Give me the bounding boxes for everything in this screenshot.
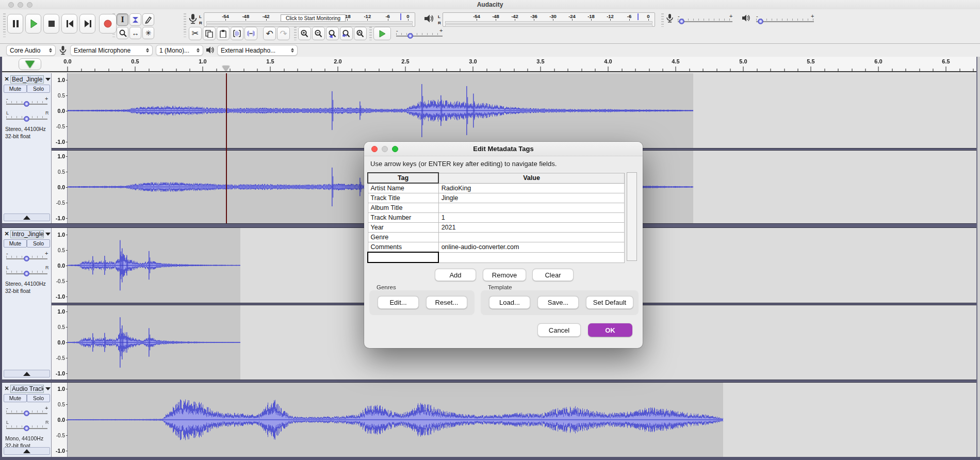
redo-button[interactable]: ↷ bbox=[277, 27, 290, 40]
play-at-speed-button[interactable] bbox=[373, 27, 391, 40]
value-cell[interactable] bbox=[438, 203, 624, 213]
pause-button[interactable] bbox=[7, 14, 23, 34]
rewind-to-start-button[interactable] bbox=[61, 14, 77, 34]
waveform-canvas[interactable] bbox=[68, 383, 723, 457]
track-title[interactable]: Bed_Jingle bbox=[10, 75, 44, 84]
table-scrollbar[interactable] bbox=[627, 172, 637, 261]
tag-cell[interactable]: Artist Name bbox=[368, 183, 438, 193]
waveform-canvas[interactable] bbox=[68, 73, 693, 148]
tag-cell[interactable]: Track Number bbox=[368, 213, 438, 223]
value-cell[interactable] bbox=[438, 252, 624, 262]
timeshift-tool[interactable]: ↔ bbox=[129, 27, 141, 39]
audio-host-dropdown[interactable]: Core Audio bbox=[6, 45, 56, 56]
record-button[interactable] bbox=[99, 14, 117, 34]
zoom-toggle-button[interactable] bbox=[354, 27, 367, 40]
track-title[interactable]: Audio Track bbox=[10, 385, 44, 393]
playback-meter[interactable]: -54-48-42-36-30-24-18-12-60 bbox=[443, 12, 655, 27]
undo-button[interactable]: ↶ bbox=[263, 27, 276, 40]
set-default-button[interactable]: Set Default bbox=[586, 296, 633, 309]
value-cell[interactable]: 1 bbox=[438, 213, 624, 223]
start-monitoring-button[interactable]: Click to Start Monitoring bbox=[281, 14, 346, 22]
solo-button[interactable]: Solo bbox=[27, 239, 50, 248]
play-button[interactable] bbox=[25, 14, 41, 34]
play-at-speed-grip[interactable] bbox=[369, 27, 372, 40]
track-close-button[interactable]: ✕ bbox=[3, 76, 10, 83]
track-menu-dropdown-icon[interactable] bbox=[45, 78, 51, 81]
clear-button[interactable]: Clear bbox=[532, 269, 574, 281]
solo-button[interactable]: Solo bbox=[27, 394, 50, 402]
template-save-button[interactable]: Save... bbox=[537, 296, 579, 309]
mute-button[interactable]: Mute bbox=[4, 394, 27, 402]
mixer-toolbar-grip[interactable] bbox=[661, 13, 664, 27]
template-load-button[interactable]: Load... bbox=[489, 296, 530, 309]
zoom-out-button[interactable] bbox=[312, 27, 325, 40]
mute-button[interactable]: Mute bbox=[4, 85, 27, 93]
trim-audio-button[interactable] bbox=[231, 27, 243, 40]
genres-reset-button[interactable]: Reset... bbox=[426, 296, 467, 309]
draw-tool[interactable] bbox=[142, 13, 154, 26]
gain-slider[interactable] bbox=[24, 410, 29, 416]
zoom-toolbar-grip[interactable] bbox=[294, 27, 297, 40]
collapse-track-button[interactable] bbox=[4, 213, 50, 221]
paste-button[interactable] bbox=[217, 27, 230, 40]
zoom-selection-button[interactable] bbox=[326, 27, 339, 40]
playback-device-dropdown[interactable]: External Headpho... bbox=[217, 45, 298, 56]
copy-button[interactable] bbox=[203, 27, 216, 40]
tag-cell[interactable]: Year bbox=[368, 223, 438, 233]
tag-cell[interactable]: Genre bbox=[368, 233, 438, 242]
value-cell[interactable]: 2021 bbox=[438, 223, 624, 233]
tag-cell[interactable]: Track Title bbox=[368, 193, 438, 203]
value-cell[interactable]: RadioKing bbox=[438, 183, 624, 193]
track-close-button[interactable]: ✕ bbox=[3, 231, 10, 237]
tag-cell[interactable] bbox=[368, 252, 438, 262]
selection-tool[interactable]: I bbox=[117, 13, 128, 26]
value-column-header[interactable]: Value bbox=[438, 173, 624, 183]
mute-button[interactable]: Mute bbox=[4, 239, 27, 248]
recording-meter[interactable]: -54-48-42-36-30-24-18-12-60Click to Star… bbox=[204, 12, 415, 27]
collapse-track-button[interactable] bbox=[4, 447, 50, 455]
tag-column-header[interactable]: Tag bbox=[368, 173, 438, 183]
dialog-titlebar[interactable]: Edit Metadata Tags bbox=[364, 142, 643, 156]
solo-button[interactable]: Solo bbox=[27, 85, 50, 93]
pinned-playhead-button[interactable] bbox=[19, 58, 41, 70]
skip-to-end-button[interactable] bbox=[79, 14, 95, 34]
track-menu-dropdown-icon[interactable] bbox=[45, 387, 51, 390]
recording-channels-dropdown[interactable]: 1 (Mono)... bbox=[156, 45, 203, 56]
tag-cell[interactable]: Comments bbox=[368, 242, 438, 253]
zoom-fit-button[interactable] bbox=[340, 27, 353, 40]
timeline-ruler[interactable] bbox=[0, 57, 980, 72]
gain-slider[interactable] bbox=[24, 101, 29, 107]
meter-toolbar-grip[interactable] bbox=[184, 13, 186, 39]
playhead-marker-icon[interactable] bbox=[222, 66, 230, 71]
envelope-tool[interactable] bbox=[129, 13, 141, 26]
track-title[interactable]: Intro_Jingle bbox=[10, 230, 44, 238]
add-button[interactable]: Add bbox=[435, 269, 476, 281]
zoom-tool[interactable] bbox=[117, 27, 128, 39]
silence-audio-button[interactable] bbox=[244, 27, 257, 40]
track-close-button[interactable]: ✕ bbox=[3, 385, 10, 392]
remove-button[interactable]: Remove bbox=[483, 269, 526, 281]
waveform-canvas[interactable] bbox=[68, 228, 240, 303]
cancel-button[interactable]: Cancel bbox=[537, 323, 581, 337]
value-cell[interactable]: online-audio-converter.com bbox=[438, 242, 624, 253]
speed-slider[interactable] bbox=[407, 33, 413, 39]
value-cell[interactable] bbox=[438, 233, 624, 242]
multi-tool[interactable]: ✳ bbox=[142, 27, 154, 39]
pan-slider[interactable] bbox=[24, 271, 29, 276]
vertical-scrollbar[interactable] bbox=[976, 57, 980, 460]
gain-slider[interactable] bbox=[24, 256, 29, 261]
playback-volume-slider[interactable] bbox=[758, 19, 763, 24]
recording-volume-slider[interactable] bbox=[679, 19, 684, 24]
pan-slider[interactable] bbox=[24, 425, 29, 431]
cut-button[interactable]: ✂ bbox=[189, 27, 202, 40]
value-cell[interactable]: Jingle bbox=[438, 193, 624, 203]
ok-button[interactable]: OK bbox=[588, 323, 632, 337]
waveform-canvas[interactable] bbox=[68, 305, 240, 380]
genres-edit-button[interactable]: Edit... bbox=[378, 296, 419, 309]
collapse-track-button[interactable] bbox=[4, 370, 50, 377]
recording-device-dropdown[interactable]: External Microphone bbox=[70, 45, 153, 56]
tag-cell[interactable]: Album Title bbox=[368, 203, 438, 213]
stop-button[interactable] bbox=[43, 14, 59, 34]
zoom-in-button[interactable] bbox=[298, 27, 311, 40]
pan-slider[interactable] bbox=[24, 116, 29, 122]
